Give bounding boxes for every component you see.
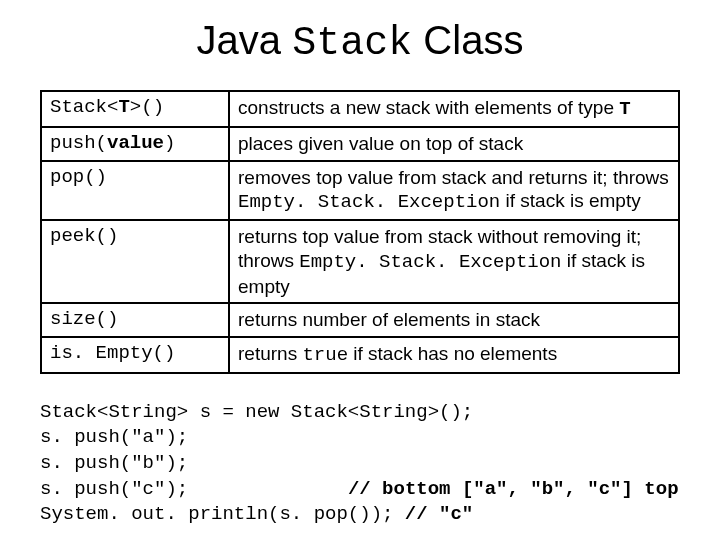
- method-cell: Stack<T>(): [41, 91, 229, 127]
- method-bold: T: [118, 96, 129, 118]
- table-row: pop() removes top value from stack and r…: [41, 161, 679, 221]
- desc-mono: Empty. Stack. Exception: [238, 191, 500, 213]
- method-text: >(): [130, 96, 164, 118]
- code-line: System. out. println(s. pop());: [40, 503, 405, 525]
- code-pad: [188, 478, 348, 500]
- method-cell: pop(): [41, 161, 229, 221]
- method-cell: peek(): [41, 220, 229, 303]
- method-text: peek(): [50, 225, 118, 247]
- desc-cell: removes top value from stack and returns…: [229, 161, 679, 221]
- desc-text: returns: [238, 343, 302, 364]
- table-row: peek() returns top value from stack with…: [41, 220, 679, 303]
- table-row: size() returns number of elements in sta…: [41, 303, 679, 337]
- method-text: is. Empty(): [50, 342, 175, 364]
- code-example: Stack<String> s = new Stack<String>(); s…: [40, 400, 680, 528]
- desc-cell: constructs a new stack with elements of …: [229, 91, 679, 127]
- method-text: Stack<: [50, 96, 118, 118]
- desc-cell: returns top value from stack without rem…: [229, 220, 679, 303]
- code-line: s. push("b");: [40, 452, 188, 474]
- title-part3: Class: [412, 18, 523, 62]
- code-line: s. push("a");: [40, 426, 188, 448]
- table-row: is. Empty() returns true if stack has no…: [41, 337, 679, 373]
- method-cell: is. Empty(): [41, 337, 229, 373]
- code-comment: // "c": [405, 503, 473, 525]
- desc-text: if stack has no elements: [348, 343, 557, 364]
- desc-cell: places given value on top of stack: [229, 127, 679, 161]
- desc-cell: returns true if stack has no elements: [229, 337, 679, 373]
- desc-text: returns number of elements in stack: [238, 309, 540, 330]
- api-table: Stack<T>() constructs a new stack with e…: [40, 90, 680, 374]
- desc-bold-mono: T: [619, 98, 630, 120]
- desc-text: removes top value from stack and returns…: [238, 167, 669, 188]
- code-comment: // bottom ["a", "b", "c"] top: [348, 478, 679, 500]
- method-cell: push(value): [41, 127, 229, 161]
- title-part1: Java: [197, 18, 293, 62]
- code-line: Stack<String> s = new Stack<String>();: [40, 401, 473, 423]
- desc-cell: returns number of elements in stack: [229, 303, 679, 337]
- table-row: Stack<T>() constructs a new stack with e…: [41, 91, 679, 127]
- slide-title: Java Stack Class: [40, 18, 680, 66]
- slide: Java Stack Class Stack<T>() constructs a…: [0, 0, 720, 540]
- desc-text: if stack is empty: [500, 190, 640, 211]
- method-text: push(: [50, 132, 107, 154]
- title-part2-mono: Stack: [292, 21, 412, 66]
- method-bold: value: [107, 132, 164, 154]
- method-cell: size(): [41, 303, 229, 337]
- method-text: pop(): [50, 166, 107, 188]
- method-text: ): [164, 132, 175, 154]
- table-row: push(value) places given value on top of…: [41, 127, 679, 161]
- method-text: size(): [50, 308, 118, 330]
- desc-mono: Empty. Stack. Exception: [299, 251, 561, 273]
- desc-text: places given value on top of stack: [238, 133, 523, 154]
- desc-text: constructs a new stack with elements of …: [238, 97, 619, 118]
- code-line: s. push("c");: [40, 478, 188, 500]
- desc-mono: true: [302, 344, 348, 366]
